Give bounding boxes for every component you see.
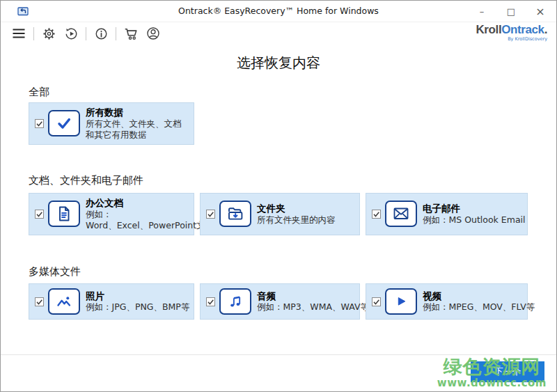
toolbar-separator bbox=[116, 27, 116, 40]
toolbar: KrollOntrack. By KrollDiscovery bbox=[1, 22, 556, 45]
card-title: 照片 bbox=[86, 290, 189, 302]
section-label-documents: 文档、文件夹和电子邮件 bbox=[29, 174, 143, 187]
page-title: 选择恢复内容 bbox=[1, 54, 556, 72]
card-desc: 例如：MPEG、MOV、FLV等 bbox=[423, 301, 523, 313]
card-row-documents: 办公文档 例如： Word、Excel、PowerPoint文件 文件夹 bbox=[29, 193, 528, 235]
card-title: 视频 bbox=[423, 290, 523, 302]
audio-note-icon bbox=[219, 288, 251, 315]
window-controls: – □ × bbox=[467, 1, 555, 22]
section-label-all: 全部 bbox=[29, 86, 49, 99]
card-desc: 所有文件夹里的内容 bbox=[257, 214, 355, 226]
logo-tagline: By KrollDiscovery bbox=[476, 37, 547, 42]
toolbar-separator bbox=[33, 27, 34, 40]
checkbox-folders[interactable] bbox=[206, 210, 215, 219]
checkbox-video[interactable] bbox=[372, 297, 381, 306]
next-button[interactable]: 下一个 bbox=[471, 361, 544, 382]
all-data-check-icon bbox=[48, 110, 80, 136]
card-desc: 例如：MP3、WMA、WAV等 bbox=[257, 301, 355, 313]
checkbox-all-data[interactable] bbox=[35, 119, 44, 128]
app-window: Ontrack® EasyRecovery™ Home for Windows … bbox=[0, 0, 557, 392]
title-bar: Ontrack® EasyRecovery™ Home for Windows … bbox=[1, 1, 556, 22]
close-button[interactable]: × bbox=[526, 1, 555, 22]
card-desc: 例如： Word、Excel、PowerPoint文件 bbox=[86, 209, 189, 231]
checkbox-office-documents[interactable] bbox=[35, 210, 44, 219]
logo-ontrack-text: Ontrack bbox=[501, 23, 544, 36]
footer-bar: 下一个 bbox=[1, 354, 556, 391]
card-photos[interactable]: 照片 例如：JPG、PNG、BMP等 bbox=[29, 283, 194, 320]
toolbar-separator bbox=[86, 27, 86, 40]
card-office-documents[interactable]: 办公文档 例如： Word、Excel、PowerPoint文件 bbox=[29, 193, 194, 235]
info-icon[interactable] bbox=[93, 25, 109, 42]
email-envelope-icon bbox=[385, 201, 417, 227]
folder-download-icon bbox=[219, 201, 251, 227]
card-title: 文件夹 bbox=[257, 203, 355, 214]
account-person-icon[interactable] bbox=[145, 25, 162, 42]
card-video[interactable]: 视频 例如：MPEG、MOV、FLV等 bbox=[366, 283, 528, 320]
card-folders[interactable]: 文件夹 所有文件夹里的内容 bbox=[200, 193, 360, 235]
card-row-multimedia: 照片 例如：JPG、PNG、BMP等 音频 bbox=[29, 283, 528, 320]
card-desc: 例如：JPG、PNG、BMP等 bbox=[86, 301, 189, 313]
video-play-icon bbox=[385, 288, 417, 315]
card-title: 办公文档 bbox=[86, 197, 189, 209]
card-desc: 所有文件、文件夹、文档和其它有用数据 bbox=[86, 118, 189, 141]
office-document-icon bbox=[48, 201, 80, 227]
card-title: 所有数据 bbox=[86, 107, 189, 118]
card-email[interactable]: 电子邮件 例如：MS Outlook Email bbox=[366, 193, 528, 235]
card-desc: 例如：MS Outlook Email bbox=[423, 214, 523, 226]
minimize-button[interactable]: – bbox=[467, 1, 496, 22]
card-audio[interactable]: 音频 例如：MP3、WMA、WAV等 bbox=[200, 283, 360, 320]
shopping-cart-icon[interactable] bbox=[123, 25, 139, 42]
section-label-multimedia: 多媒体文件 bbox=[29, 265, 81, 279]
checkbox-audio[interactable] bbox=[206, 297, 215, 306]
logo-kroll-text: Kroll bbox=[476, 23, 501, 36]
settings-gear-icon[interactable] bbox=[40, 25, 57, 42]
card-row-all: 所有数据 所有文件、文件夹、文档和其它有用数据 bbox=[29, 102, 194, 145]
card-all-data[interactable]: 所有数据 所有文件、文件夹、文档和其它有用数据 bbox=[29, 102, 194, 145]
checkbox-photos[interactable] bbox=[35, 297, 44, 306]
checkbox-email[interactable] bbox=[372, 210, 381, 219]
main-content: 选择恢复内容 全部 所有数据 所有文件、文件夹、文档和其它有用数据 文档、文件夹… bbox=[1, 45, 556, 354]
kroll-ontrack-logo: KrollOntrack. By KrollDiscovery bbox=[476, 24, 547, 42]
maximize-button[interactable]: □ bbox=[496, 1, 526, 22]
card-title: 音频 bbox=[257, 290, 355, 302]
history-resume-icon[interactable] bbox=[63, 25, 79, 42]
menu-icon[interactable] bbox=[10, 25, 27, 42]
card-title: 电子邮件 bbox=[423, 203, 523, 214]
photo-image-icon bbox=[48, 288, 80, 315]
